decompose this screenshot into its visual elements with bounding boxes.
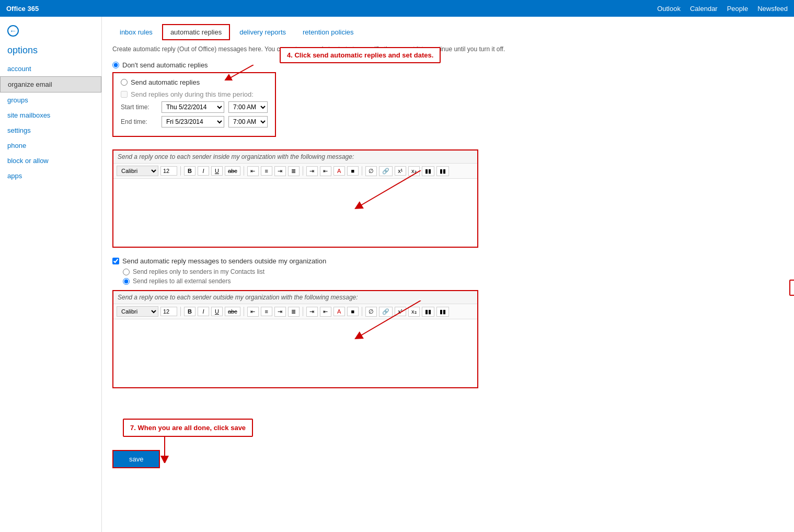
outside-highlight[interactable]: ■ bbox=[347, 307, 359, 316]
inside-msg-label: Send a reply once to each sender inside … bbox=[113, 151, 477, 164]
sidebar-item-account[interactable]: account bbox=[0, 61, 101, 76]
inside-toolbar: Calibri B I U abc ⇤ ≡ ⇥ ≣ ⇥ bbox=[113, 164, 477, 179]
annotation-step7: 7. When you are all done, click save bbox=[123, 419, 253, 437]
sidebar-item-phone[interactable]: phone bbox=[0, 138, 101, 153]
outside-align-right[interactable]: ⇥ bbox=[274, 307, 286, 317]
font-color-button[interactable]: A bbox=[333, 166, 345, 176]
page-description: Create automatic reply (Out of Office) m… bbox=[112, 45, 784, 53]
outside-underline-button[interactable]: U bbox=[211, 307, 223, 316]
all-external-radio[interactable] bbox=[123, 278, 130, 285]
outside-toolbar: Calibri B I U abc ⇤ ≡ ⇥ ≣ bbox=[113, 304, 477, 319]
sidebar-title: options bbox=[0, 43, 101, 61]
time-period-label: Send replies only during this time perio… bbox=[131, 90, 254, 98]
tab-inbox-rules[interactable]: inbox rules bbox=[112, 25, 160, 39]
more-btn2[interactable]: 🔗 bbox=[379, 166, 393, 176]
align-right-button[interactable]: ⇥ bbox=[274, 166, 286, 176]
office365-logo: Office 365 bbox=[6, 5, 39, 13]
justify-button[interactable]: ≣ bbox=[288, 166, 300, 176]
outside-checkbox[interactable] bbox=[112, 258, 119, 264]
tab-retention-policies[interactable]: retention policies bbox=[295, 25, 361, 39]
send-auto-label: Send automatic replies bbox=[131, 78, 200, 86]
outside-font-color[interactable]: A bbox=[333, 307, 345, 316]
back-button[interactable]: ← bbox=[0, 21, 101, 41]
outside-font-select[interactable]: Calibri bbox=[117, 306, 158, 317]
outside-indent[interactable]: ⇥ bbox=[306, 307, 318, 317]
outside-msg-section: Send a reply once to each sender outside… bbox=[112, 290, 478, 388]
more-btn1[interactable]: ∅ bbox=[365, 166, 377, 176]
back-icon: ← bbox=[7, 25, 19, 37]
outside-subscript[interactable]: x₂ bbox=[408, 307, 420, 317]
outside-justify[interactable]: ≣ bbox=[288, 307, 300, 317]
dont-send-label: Don't send automatic replies bbox=[122, 61, 208, 69]
more-btn3[interactable]: ▮▮ bbox=[422, 166, 434, 176]
start-time-label: Start time: bbox=[121, 103, 157, 111]
align-left-button[interactable]: ⇤ bbox=[247, 166, 259, 176]
outside-strikethrough-button[interactable]: abc bbox=[225, 307, 240, 316]
bold-button[interactable]: B bbox=[184, 166, 195, 176]
start-date-select[interactable]: Thu 5/22/2014 bbox=[162, 101, 224, 113]
inside-font-size[interactable] bbox=[160, 166, 177, 176]
outside-align-center[interactable]: ≡ bbox=[261, 307, 272, 316]
sidebar-item-groups[interactable]: groups bbox=[0, 92, 101, 108]
end-date-select[interactable]: Fri 5/23/2014 bbox=[162, 116, 224, 128]
time-period-checkbox[interactable] bbox=[121, 91, 128, 98]
inside-msg-section: Send a reply once to each sender inside … bbox=[112, 149, 478, 248]
sidebar-item-site-mailboxes[interactable]: site mailboxes bbox=[0, 108, 101, 123]
send-auto-radio[interactable] bbox=[121, 79, 128, 86]
annotation-step6: 6. Fill this area out to send a relpy to… bbox=[789, 280, 794, 296]
sidebar-item-apps[interactable]: apps bbox=[0, 168, 101, 183]
highlight-button[interactable]: ■ bbox=[347, 166, 359, 176]
strikethrough-button[interactable]: abc bbox=[225, 166, 240, 176]
sidebar-item-block-or-allow[interactable]: block or allow bbox=[0, 153, 101, 168]
indent-button[interactable]: ⇥ bbox=[306, 166, 318, 176]
outside-more4[interactable]: ▮▮ bbox=[436, 307, 449, 317]
inside-msg-area[interactable] bbox=[113, 179, 477, 247]
outdent-button[interactable]: ⇤ bbox=[320, 166, 331, 176]
outside-more3[interactable]: ▮▮ bbox=[422, 307, 434, 317]
outside-italic-button[interactable]: I bbox=[198, 307, 209, 316]
outside-superscript[interactable]: x¹ bbox=[395, 307, 406, 316]
underline-button[interactable]: U bbox=[211, 166, 223, 176]
outside-font-size[interactable] bbox=[160, 307, 177, 316]
contacts-only-radio[interactable] bbox=[123, 269, 130, 275]
tab-delivery-reports[interactable]: delivery reports bbox=[232, 25, 293, 39]
nav-calendar[interactable]: Calendar bbox=[690, 5, 718, 13]
save-button[interactable]: save bbox=[112, 450, 160, 468]
auto-replies-box: Send automatic replies Send replies only… bbox=[112, 72, 276, 137]
sidebar-item-organize-email[interactable]: organize email bbox=[0, 76, 101, 92]
more-btn4[interactable]: ▮▮ bbox=[436, 166, 449, 176]
start-ampm-select[interactable]: 7:00 AM bbox=[228, 101, 268, 113]
nav-newsfeed[interactable]: Newsfeed bbox=[757, 5, 788, 13]
outside-link[interactable]: 🔗 bbox=[379, 307, 393, 317]
end-time-label: End time: bbox=[121, 118, 157, 125]
outside-outdent[interactable]: ⇤ bbox=[320, 307, 331, 317]
nav-people[interactable]: People bbox=[727, 5, 748, 13]
contacts-only-label: Send replies only to senders in my Conta… bbox=[133, 268, 264, 275]
outside-section: Send automatic reply messages to senders… bbox=[112, 257, 784, 388]
dont-send-radio[interactable] bbox=[112, 62, 119, 68]
outside-more1[interactable]: ∅ bbox=[365, 307, 377, 317]
nav-outlook[interactable]: Outlook bbox=[657, 5, 681, 13]
tab-automatic-replies[interactable]: automatic replies bbox=[162, 24, 230, 40]
outside-align-left[interactable]: ⇤ bbox=[247, 307, 259, 317]
italic-button[interactable]: I bbox=[198, 166, 209, 176]
inside-font-select[interactable]: Calibri bbox=[117, 166, 158, 176]
outside-check-label: Send automatic reply messages to senders… bbox=[122, 257, 326, 265]
sidebar-item-settings[interactable]: settings bbox=[0, 123, 101, 138]
end-ampm-select[interactable]: 7:00 AM bbox=[228, 116, 268, 128]
outside-bold-button[interactable]: B bbox=[184, 307, 195, 316]
all-external-label: Send replies to all external senders bbox=[133, 277, 231, 285]
align-center-button[interactable]: ≡ bbox=[261, 166, 272, 176]
outside-msg-area[interactable] bbox=[113, 319, 477, 387]
dont-send-row: Don't send automatic replies bbox=[112, 61, 784, 69]
outside-msg-label: Send a reply once to each sender outside… bbox=[113, 291, 477, 304]
subscript-button[interactable]: x₂ bbox=[408, 166, 420, 176]
superscript-button[interactable]: x¹ bbox=[395, 166, 406, 176]
